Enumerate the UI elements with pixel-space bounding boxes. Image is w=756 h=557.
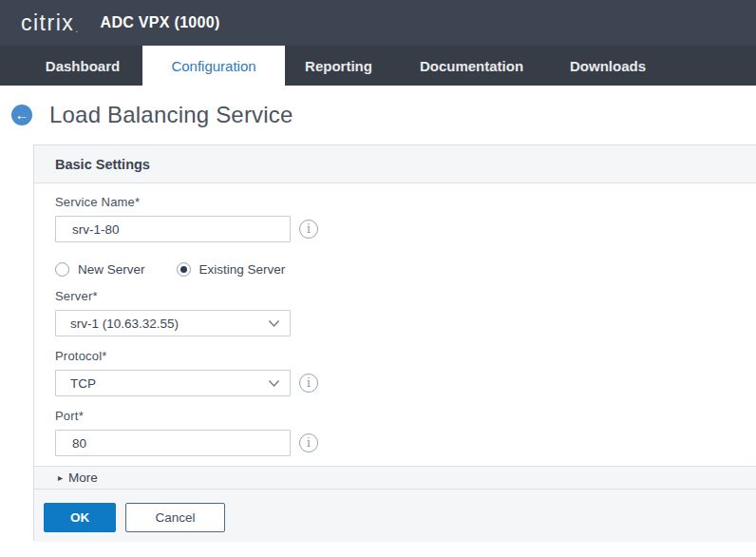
citrix-logo-trademark-dot: .	[75, 24, 79, 34]
protocol-row: TCP i	[55, 370, 756, 396]
port-input[interactable]	[55, 430, 291, 456]
port-row: i	[55, 430, 756, 456]
basic-settings-panel: Basic Settings Service Name* i New Serve…	[33, 144, 756, 541]
panel-section-header: Basic Settings	[34, 145, 756, 183]
more-label: More	[68, 471, 98, 485]
citrix-logo[interactable]: citrix.	[21, 10, 80, 36]
protocol-label: Protocol*	[55, 336, 756, 363]
cancel-button[interactable]: Cancel	[125, 503, 225, 532]
tab-configuration[interactable]: Configuration	[142, 46, 285, 86]
tab-reporting[interactable]: Reporting	[285, 46, 392, 86]
protocol-select-value: TCP	[70, 376, 268, 391]
triangle-right-icon: ▸	[58, 472, 63, 483]
server-select[interactable]: srv-1 (10.63.32.55)	[55, 310, 291, 336]
radio-new-server[interactable]: New Server	[55, 262, 145, 277]
server-row: srv-1 (10.63.32.55)	[55, 310, 756, 336]
chevron-down-icon	[268, 379, 280, 388]
service-name-row: i	[55, 216, 756, 242]
radio-circle-icon	[55, 262, 69, 277]
page-title: Load Balancing Service	[49, 102, 293, 128]
chevron-down-icon	[268, 319, 280, 328]
existing-server-label: Existing Server	[199, 262, 286, 277]
info-icon[interactable]: i	[299, 374, 318, 393]
radio-existing-server[interactable]: Existing Server	[177, 262, 286, 277]
server-type-radio-group: New Server Existing Server	[55, 262, 756, 277]
panel-body: Service Name* i New Server Existing Serv…	[34, 183, 756, 466]
app-header: citrix. ADC VPX (1000)	[0, 0, 756, 46]
radio-circle-selected-icon	[177, 262, 191, 277]
main-nav: Dashboard Configuration Reporting Docume…	[0, 46, 756, 86]
page-title-row: ← Load Balancing Service	[0, 86, 756, 144]
tab-downloads[interactable]: Downloads	[551, 46, 665, 86]
more-expander[interactable]: ▸ More	[34, 466, 756, 490]
server-select-value: srv-1 (10.63.32.55)	[70, 317, 268, 331]
server-label: Server*	[55, 277, 756, 303]
tab-dashboard[interactable]: Dashboard	[23, 46, 142, 86]
tab-documentation[interactable]: Documentation	[392, 46, 551, 86]
service-name-input[interactable]	[55, 216, 291, 242]
section-title: Basic Settings	[55, 157, 150, 172]
citrix-logo-text: citrix	[21, 10, 74, 36]
panel-footer: OK Cancel	[34, 490, 756, 542]
info-icon[interactable]: i	[299, 220, 318, 239]
back-arrow-icon[interactable]: ←	[11, 105, 32, 125]
protocol-select[interactable]: TCP	[55, 370, 291, 396]
ok-button[interactable]: OK	[44, 503, 116, 532]
new-server-label: New Server	[78, 262, 145, 277]
info-icon[interactable]: i	[299, 433, 318, 452]
port-label: Port*	[55, 396, 756, 423]
product-title: ADC VPX (1000)	[101, 14, 220, 31]
service-name-label: Service Name*	[55, 183, 756, 209]
